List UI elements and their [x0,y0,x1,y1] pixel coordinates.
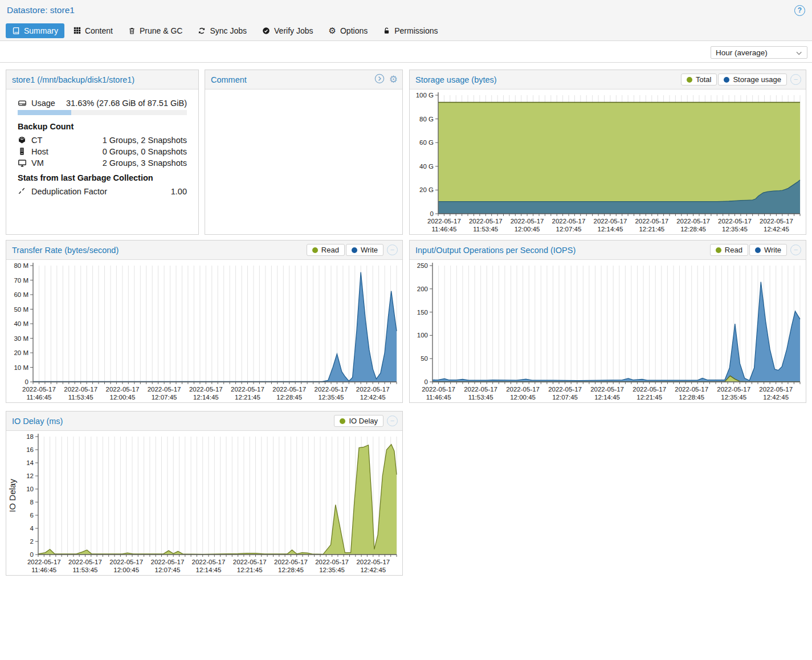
svg-text:IO Delay: IO Delay [7,479,17,512]
svg-text:2022-05-17: 2022-05-17 [717,386,750,393]
tab-permissions[interactable]: Permissions [377,23,444,38]
backup-count-heading: Backup Count [18,122,187,131]
legend-write-button[interactable]: Write [346,244,383,256]
chart-legend: IO Delay [334,415,383,427]
legend-write-button[interactable]: Write [749,244,787,256]
timeframe-value: Hour (average) [716,48,768,57]
svg-text:80 G: 80 G [419,116,434,123]
usage-row: Usage 31.63% (27.68 GiB of 87.51 GiB) [18,99,187,108]
svg-text:6: 6 [30,512,34,519]
server-icon [18,147,27,156]
tab-content[interactable]: Content [67,23,119,38]
svg-text:12:28:45: 12:28:45 [276,394,302,401]
svg-text:12:28:45: 12:28:45 [680,226,706,233]
tab-prune-gc[interactable]: Prune & GC [122,23,189,38]
collapse-icon[interactable]: − [387,245,398,255]
svg-text:2022-05-17: 2022-05-17 [189,386,223,393]
svg-text:2022-05-17: 2022-05-17 [469,218,503,225]
legend-dot [755,247,761,253]
svg-text:12:42:45: 12:42:45 [360,567,386,573]
svg-text:2022-05-17: 2022-05-17 [22,386,56,393]
panel-header: Input/Output Operations per Second (IOPS… [410,241,806,260]
trash-icon [128,27,136,35]
svg-text:150: 150 [417,309,428,316]
backup-type: VM [31,158,44,168]
tab-bar: Summary Content Prune & GC Sync Jobs Ver… [0,21,812,41]
svg-text:2: 2 [30,538,34,545]
gc-stats-heading: Stats from last Garbage Collection [18,173,187,182]
expand-arrow-icon[interactable] [374,74,385,86]
chart-toolbar: Hour (average) [0,42,812,63]
collapse-icon[interactable]: − [387,415,398,426]
svg-text:0: 0 [425,378,428,385]
svg-text:2022-05-17: 2022-05-17 [675,386,708,393]
svg-text:12:35:45: 12:35:45 [319,567,345,573]
storage-usage-panel: Storage usage (bytes) Total Storage usag… [409,70,806,235]
tab-verify-jobs[interactable]: Verify Jobs [256,23,319,38]
panel-header: Transfer Rate (bytes/second) Read Write … [6,241,402,260]
dedup-row: Deduplication Factor 1.00 [18,187,187,196]
legend-io-delay-button[interactable]: IO Delay [334,415,383,427]
svg-text:60 G: 60 G [419,139,434,146]
hdd-icon [18,99,27,108]
backup-count: 1 Groups, 2 Snapshots [103,136,187,145]
svg-text:2022-05-17: 2022-05-17 [315,386,348,393]
svg-text:12:00:45: 12:00:45 [510,394,536,401]
svg-text:2022-05-17: 2022-05-17 [356,386,390,393]
svg-text:12:14:45: 12:14:45 [598,226,623,233]
svg-text:10 M: 10 M [14,364,28,371]
chart-legend: Read Write [710,244,787,256]
svg-text:70 M: 70 M [14,277,28,284]
svg-text:12:21:45: 12:21:45 [636,394,662,401]
svg-text:12:00:45: 12:00:45 [110,394,136,401]
legend-read-button[interactable]: Read [307,244,345,256]
gear-icon[interactable]: ⚙ [389,75,398,84]
svg-text:11:46:45: 11:46:45 [426,394,451,401]
svg-text:12:42:45: 12:42:45 [360,394,386,401]
backup-row-host: Host 0 Groups, 0 Snapshots [18,147,187,156]
svg-text:11:46:45: 11:46:45 [27,394,52,401]
chart-legend: Read Write [307,244,383,256]
legend-label: Write [361,246,378,254]
page-title: Datastore: store1 [7,5,75,15]
comment-panel: Comment ⚙ [205,70,403,235]
svg-text:2022-05-17: 2022-05-17 [150,559,184,565]
legend-storage-usage-button[interactable]: Storage usage [718,74,787,85]
panel-header: Comment ⚙ [205,70,402,89]
svg-text:18: 18 [26,433,34,440]
tab-label: Summary [24,26,58,35]
svg-text:40 M: 40 M [14,320,28,327]
legend-label: Read [321,246,339,254]
svg-text:2022-05-17: 2022-05-17 [272,386,306,393]
collapse-icon[interactable]: − [790,74,801,85]
panel-header: Storage usage (bytes) Total Storage usag… [410,70,806,89]
legend-label: Write [764,246,781,254]
usage-label: Usage [31,99,55,108]
svg-text:2022-05-17: 2022-05-17 [633,386,666,393]
legend-dot [716,247,721,253]
panel-title: Comment [211,75,374,84]
svg-text:100: 100 [417,332,428,339]
svg-text:0: 0 [30,551,34,558]
svg-text:2022-05-17: 2022-05-17 [27,559,61,565]
help-icon[interactable]: ? [794,5,805,16]
svg-text:2022-05-17: 2022-05-17 [148,386,181,393]
svg-text:12:07:45: 12:07:45 [552,394,578,401]
timeframe-select[interactable]: Hour (average) [711,46,807,59]
svg-text:2022-05-17: 2022-05-17 [511,218,544,225]
svg-text:12:07:45: 12:07:45 [556,226,582,233]
svg-text:12:14:45: 12:14:45 [193,394,219,401]
svg-text:0: 0 [430,210,434,217]
legend-dot [312,247,318,253]
legend-total-button[interactable]: Total [681,74,717,85]
legend-read-button[interactable]: Read [710,244,748,256]
backup-row-vm: VM 2 Groups, 3 Snapshots [18,158,187,168]
legend-dot [687,77,692,83]
panel-title: store1 (/mnt/backup/disk1/store1) [12,75,194,84]
svg-text:50 M: 50 M [14,306,28,313]
tab-sync-jobs[interactable]: Sync Jobs [191,23,253,38]
tab-options[interactable]: ⚙ Options [323,23,374,38]
collapse-icon[interactable]: − [790,245,801,255]
svg-text:250: 250 [417,262,428,269]
tab-summary[interactable]: Summary [6,23,64,38]
